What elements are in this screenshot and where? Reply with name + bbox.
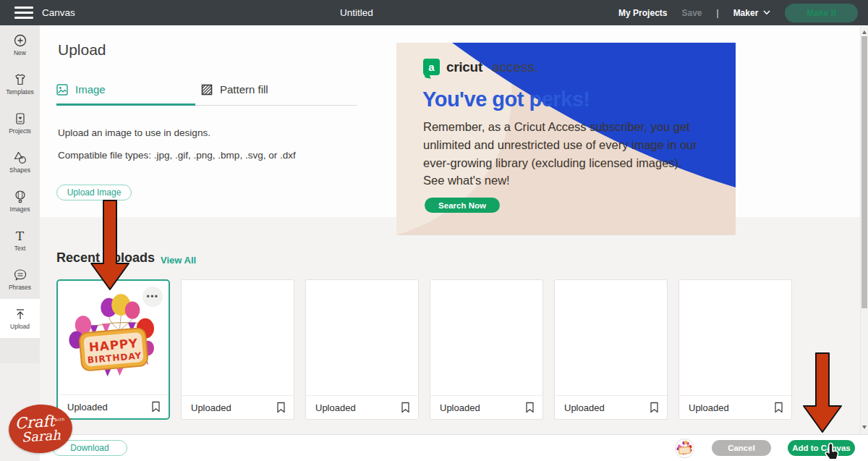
bookmark-icon[interactable]	[650, 402, 659, 413]
image-tab-icon	[56, 84, 68, 96]
sidebar-item-phrases[interactable]: Phrases	[0, 260, 40, 299]
topbar-divider: |	[717, 8, 719, 18]
banner-heading: You've got perks!	[422, 88, 590, 111]
upload-card[interactable]: Uploaded	[430, 279, 543, 420]
make-it-button[interactable]: Make It	[785, 4, 858, 22]
upload-card-selected[interactable]: HAPPY BIRTHDAY ••• Uploaded	[56, 279, 170, 420]
recent-uploads-grid: HAPPY BIRTHDAY ••• Uploaded Uploaded Upl…	[56, 279, 792, 420]
chevron-down-icon	[763, 10, 770, 15]
upload-card[interactable]: Uploaded	[181, 279, 294, 420]
speech-bubble-icon	[13, 268, 27, 282]
hot-air-balloon-icon	[13, 190, 27, 204]
search-now-button[interactable]: Search Now	[425, 198, 500, 213]
upload-image-button[interactable]: Upload Image	[56, 185, 132, 200]
card-status-label: Uploaded	[191, 402, 231, 413]
upload-card[interactable]: Uploaded	[305, 279, 419, 420]
shapes-icon	[13, 151, 27, 165]
sidebar-item-images[interactable]: Images	[0, 182, 40, 221]
my-projects-link[interactable]: My Projects	[618, 8, 667, 18]
card-status-label: Uploaded	[689, 402, 729, 413]
sidebar-item-projects[interactable]: Projects	[0, 103, 40, 143]
bookmark-icon[interactable]	[774, 402, 783, 413]
sidebar-item-upload[interactable]: Upload	[0, 299, 40, 338]
scroll-down-arrow-icon[interactable]	[862, 426, 867, 429]
card-status-label: Uploaded	[67, 402, 108, 413]
top-bar: Canvas Untitled My Projects Save | Maker…	[0, 0, 868, 25]
recent-uploads-title: Recent Uploads	[56, 250, 155, 266]
left-sidebar: New Templates Projects Shapes Images T T…	[0, 25, 40, 461]
compatible-file-types: Compatible file types: .jpg, .gif, .png,…	[58, 150, 296, 161]
page-title: Upload	[58, 41, 106, 59]
vertical-scrollbar[interactable]	[860, 25, 868, 434]
cricut-access-banner: a cricut access. You've got perks! Remem…	[396, 43, 736, 235]
banner-body-text: Remember, as a Cricut Access subscriber,…	[423, 118, 697, 172]
card-more-options-button[interactable]: •••	[142, 287, 163, 307]
selected-image-thumbnail	[675, 439, 694, 458]
tab-pattern-fill[interactable]: Pattern fill	[201, 83, 268, 96]
bookmark-icon[interactable]	[401, 402, 410, 413]
cricut-access-badge-icon: a	[423, 59, 440, 75]
scroll-up-arrow-icon[interactable]	[862, 30, 867, 34]
sidebar-item-new[interactable]: New	[0, 25, 40, 64]
sidebar-item-shapes[interactable]: Shapes	[0, 143, 40, 182]
cancel-button[interactable]: Cancel	[712, 440, 771, 456]
bookmark-icon[interactable]	[276, 402, 286, 413]
canvas-label: Canvas	[42, 7, 75, 18]
bookmark-icon[interactable]	[525, 402, 535, 413]
scrollbar-thumb[interactable]	[861, 36, 867, 308]
bookmark-icon[interactable]	[151, 401, 161, 413]
card-status-label: Uploaded	[564, 402, 605, 413]
text-icon: T	[16, 229, 24, 243]
banner-see-new: See what's new!	[423, 174, 510, 187]
pattern-fill-tab-icon	[201, 84, 213, 96]
bottom-action-bar: Download Cancel Add to Canvas	[40, 434, 868, 461]
tab-image-label: Image	[75, 83, 106, 96]
active-tab-underline	[56, 103, 195, 106]
hamburger-menu-icon[interactable]	[14, 7, 33, 19]
cricut-access-logo: a cricut access.	[423, 59, 538, 75]
machine-name: Maker	[733, 8, 759, 18]
view-all-link[interactable]: View All	[161, 255, 196, 266]
document-title: Untitled	[340, 7, 373, 18]
save-button[interactable]: Save	[681, 8, 702, 18]
card-status-label: Uploaded	[315, 402, 356, 413]
card-status-label: Uploaded	[440, 402, 480, 413]
upload-description: Upload an image to use in designs.	[58, 127, 210, 138]
upload-card[interactable]: Uploaded	[554, 279, 668, 420]
sidebar-item-templates[interactable]: Templates	[0, 64, 40, 103]
project-card-icon	[13, 111, 27, 126]
tshirt-icon	[13, 72, 27, 87]
machine-selector[interactable]: Maker	[733, 8, 771, 18]
upload-card[interactable]: Uploaded	[678, 279, 792, 420]
upload-icon	[13, 307, 27, 321]
add-to-canvas-button[interactable]: Add to Canvas	[788, 440, 855, 456]
tab-pattern-label: Pattern fill	[220, 83, 268, 96]
new-plus-icon	[13, 33, 27, 48]
tab-image[interactable]: Image	[56, 83, 106, 96]
tab-divider-line	[195, 105, 357, 106]
sidebar-item-text[interactable]: T Text	[0, 221, 40, 260]
